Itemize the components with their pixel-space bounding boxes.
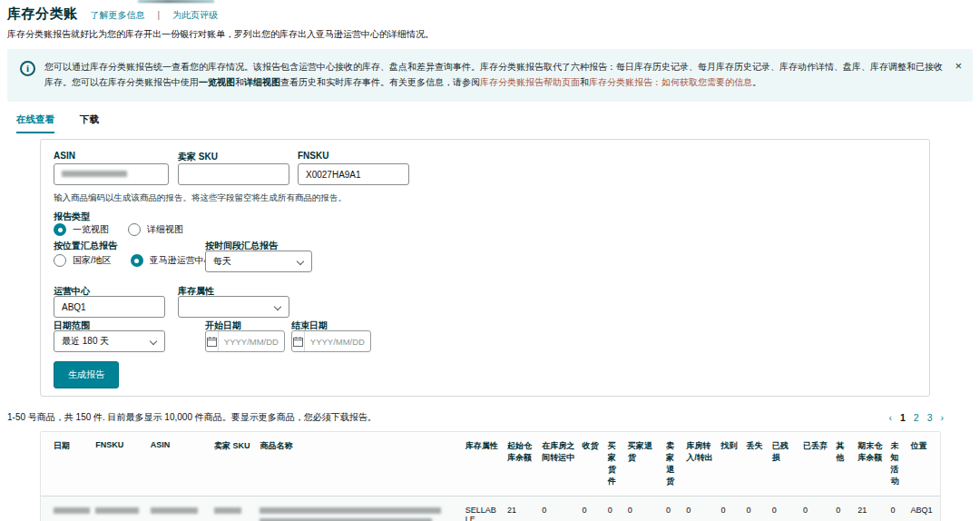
table-cell: 0	[604, 496, 624, 521]
disposition-select[interactable]	[178, 296, 289, 318]
pagination-pages: 123	[900, 412, 933, 423]
column-header: 买家退货	[624, 432, 662, 496]
table-cell: 0	[799, 496, 832, 521]
radio-summary-view-label[interactable]: 一览视图	[73, 223, 109, 236]
radio-country-region-label[interactable]: 国家/地区	[73, 254, 112, 267]
page-header: 库存分类账 了解更多信息 | 为此页评级	[0, 0, 980, 23]
table-cell: 0	[832, 496, 854, 521]
time-agg-select[interactable]: 每天	[205, 251, 312, 272]
banner-bold: 一览视图	[199, 77, 235, 87]
column-header: 在库房之间转运中	[538, 432, 578, 496]
table-cell: 0	[624, 496, 662, 521]
asin-input[interactable]	[54, 163, 169, 185]
pagination-page[interactable]: 1	[900, 412, 906, 423]
column-header: 已丢弃	[799, 432, 832, 496]
table-cell: 0	[538, 496, 578, 521]
banner-bold: 详细视图	[244, 77, 280, 87]
column-header: ASIN	[147, 432, 211, 496]
end-date-placeholder: YYYY/MM/DD	[305, 337, 370, 347]
radio-country-region[interactable]	[54, 254, 66, 267]
column-header: 未知活动	[887, 432, 906, 496]
radio-detailed-view-label[interactable]: 详细视图	[147, 223, 183, 236]
calendar-icon[interactable]	[292, 331, 305, 351]
banner-seg: 和	[580, 77, 589, 87]
column-header: 位置	[907, 432, 940, 496]
table-row[interactable]: SELLABLE2100000000000210ABQ1	[41, 496, 940, 521]
redacted-asin-value	[62, 171, 127, 177]
start-date-input[interactable]: YYYY/MM/DD	[205, 330, 285, 352]
chevron-down-icon	[150, 338, 157, 345]
radio-summary-view[interactable]	[54, 223, 66, 236]
report-type-radio-group: 一览视图 详细视图	[54, 223, 196, 236]
banner-seg: 查看历史和实时库存事件。有关更多信息，请参阅	[280, 77, 480, 87]
pagination-page[interactable]: 2	[914, 412, 919, 423]
table-cell: 0	[717, 496, 742, 521]
banner-seg: 和	[235, 77, 244, 87]
fnsku-input[interactable]	[298, 163, 409, 185]
header-divider: |	[158, 10, 161, 20]
table-cell: 0	[579, 496, 604, 521]
report-filter-panel: ASIN 卖家 SKU FNSKU 输入商品编码以生成该商品的报告。将这些字段留…	[40, 139, 930, 397]
generate-report-button[interactable]: 生成报告	[54, 361, 119, 388]
column-header: 其他	[832, 432, 854, 496]
ledger-howto-link[interactable]: 库存分类账报告：如何获取您需要的信息	[589, 77, 752, 87]
start-date-placeholder: YYYY/MM/DD	[219, 337, 284, 347]
radio-fulfillment-center[interactable]	[131, 254, 143, 267]
pagination: ‹ 123 ›	[888, 412, 944, 423]
date-range-selected-value: 最近 180 天	[62, 336, 109, 346]
column-header: 卖家退货	[662, 432, 682, 496]
radio-fulfillment-center-label[interactable]: 亚马逊运营中心	[150, 254, 213, 267]
tab-online-view[interactable]: 在线查看	[16, 113, 54, 133]
table-cell: SELLABLE	[462, 496, 504, 521]
column-header: 收货	[579, 432, 604, 496]
view-tabs: 在线查看 下载	[16, 113, 980, 133]
product-code-helper-text: 输入商品编码以生成该商品的报告。将这些字段留空将生成所有商品的报告。	[54, 192, 347, 204]
column-header: 商品名称	[256, 432, 461, 496]
pagination-page[interactable]: 3	[927, 412, 933, 423]
rate-page-link[interactable]: 为此页评级	[172, 9, 218, 22]
chevron-down-icon	[297, 258, 304, 265]
column-header: FNSKU	[92, 432, 146, 496]
radio-detailed-view[interactable]	[128, 223, 141, 236]
table-cell	[147, 496, 211, 521]
page-subtitle: 库存分类账报告就好比为您的库存开出一份银行对账单，罗列出您的库存出入亚马逊运营中…	[7, 28, 980, 41]
learn-more-link[interactable]: 了解更多信息	[91, 9, 145, 22]
time-agg-selected-value: 每天	[213, 256, 231, 266]
calendar-icon[interactable]	[206, 331, 219, 351]
table-cell: 0	[743, 496, 769, 521]
pagination-next[interactable]: ›	[941, 412, 945, 423]
date-range-select[interactable]: 最近 180 天	[54, 330, 165, 352]
column-header: 卖家 SKU	[211, 432, 256, 496]
column-header: 已残损	[769, 432, 799, 496]
pagination-prev[interactable]: ‹	[888, 412, 892, 423]
tab-download[interactable]: 下载	[80, 113, 99, 133]
table-cell: 0	[682, 496, 717, 521]
ledger-table: 日期FNSKUASIN卖家 SKU商品名称库存属性起始仓库余额在库房之间转运中收…	[40, 431, 941, 521]
redacted-value	[54, 507, 90, 514]
info-banner-text: 您可以通过库存分类账报告统一查看您的库存情况。该报告包含运营中心接收的库存、盘点…	[44, 59, 946, 90]
close-icon[interactable]: ×	[955, 59, 962, 90]
page-title: 库存分类账	[7, 5, 78, 23]
column-header: 找到	[717, 432, 742, 496]
table-cell: 0	[769, 496, 799, 521]
report-type-label: 报告类型	[54, 211, 90, 223]
seller-sku-input[interactable]	[178, 163, 289, 185]
ledger-help-link[interactable]: 库存分类账报告帮助页面	[480, 77, 580, 87]
end-date-input[interactable]: YYYY/MM/DD	[291, 330, 371, 352]
table-cell	[256, 496, 461, 521]
fc-input[interactable]	[54, 296, 165, 318]
seller-sku-label: 卖家 SKU	[178, 151, 218, 163]
table-cell	[211, 496, 256, 521]
table-cell: 0	[887, 496, 906, 521]
redacted-value	[260, 507, 441, 514]
redacted-value	[151, 507, 198, 514]
table-cell	[92, 496, 146, 521]
column-header: 期末仓库余额	[854, 432, 887, 496]
column-header: 库存属性	[462, 432, 504, 496]
location-radio-group: 国家/地区 亚马逊运营中心	[54, 254, 226, 267]
table-cell: ABQ1	[907, 496, 940, 521]
table-cell: 0	[662, 496, 682, 521]
table-header-row: 日期FNSKUASIN卖家 SKU商品名称库存属性起始仓库余额在库房之间转运中收…	[41, 432, 940, 496]
fnsku-label: FNSKU	[298, 151, 328, 161]
cropped-element-fragment	[138, 0, 214, 3]
